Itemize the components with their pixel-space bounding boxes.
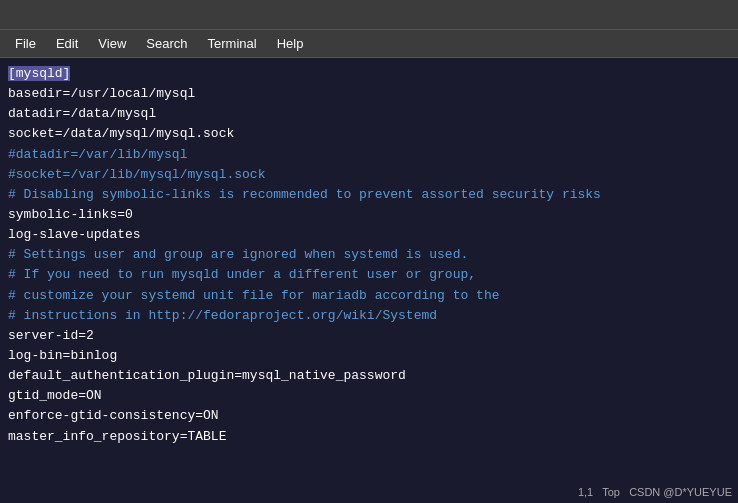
terminal-line: symbolic-links=0 (8, 205, 730, 225)
status-bar: 1,1 Top CSDN @D*YUEYUE (572, 482, 738, 503)
menu-item-file[interactable]: File (5, 32, 46, 55)
terminal-body: [mysqld]basedir=/usr/local/mysqldatadir=… (0, 58, 738, 503)
watermark: CSDN @D*YUEYUE (629, 486, 732, 498)
terminal-line: #socket=/var/lib/mysql/mysql.sock (8, 165, 730, 185)
terminal-line: datadir=/data/mysql (8, 104, 730, 124)
menu-item-edit[interactable]: Edit (46, 32, 88, 55)
terminal-line: # If you need to run mysqld under a diff… (8, 265, 730, 285)
terminal-line: # Disabling symbolic-links is recommende… (8, 185, 730, 205)
terminal-line: default_authentication_plugin=mysql_nati… (8, 366, 730, 386)
terminal-line: gtid_mode=ON (8, 386, 730, 406)
title-bar (0, 0, 738, 30)
terminal-line: log-slave-updates (8, 225, 730, 245)
terminal-line: socket=/data/mysql/mysql.sock (8, 124, 730, 144)
terminal-line: # Settings user and group are ignored wh… (8, 245, 730, 265)
menu-item-search[interactable]: Search (136, 32, 197, 55)
terminal-line: [mysqld] (8, 64, 730, 84)
terminal-line: basedir=/usr/local/mysql (8, 84, 730, 104)
terminal-line: log-bin=binlog (8, 346, 730, 366)
terminal-line: # instructions in http://fedoraproject.o… (8, 306, 730, 326)
cursor-position: 1,1 (578, 486, 593, 498)
terminal-line: master_info_repository=TABLE (8, 427, 730, 447)
terminal-line: # customize your systemd unit file for m… (8, 286, 730, 306)
menu-item-view[interactable]: View (88, 32, 136, 55)
menu-bar: FileEditViewSearchTerminalHelp (0, 30, 738, 58)
terminal-line: #datadir=/var/lib/mysql (8, 145, 730, 165)
scroll-position: Top (602, 486, 620, 498)
menu-item-help[interactable]: Help (267, 32, 314, 55)
terminal-line: enforce-gtid-consistency=ON (8, 406, 730, 426)
terminal-line: server-id=2 (8, 326, 730, 346)
menu-item-terminal[interactable]: Terminal (198, 32, 267, 55)
